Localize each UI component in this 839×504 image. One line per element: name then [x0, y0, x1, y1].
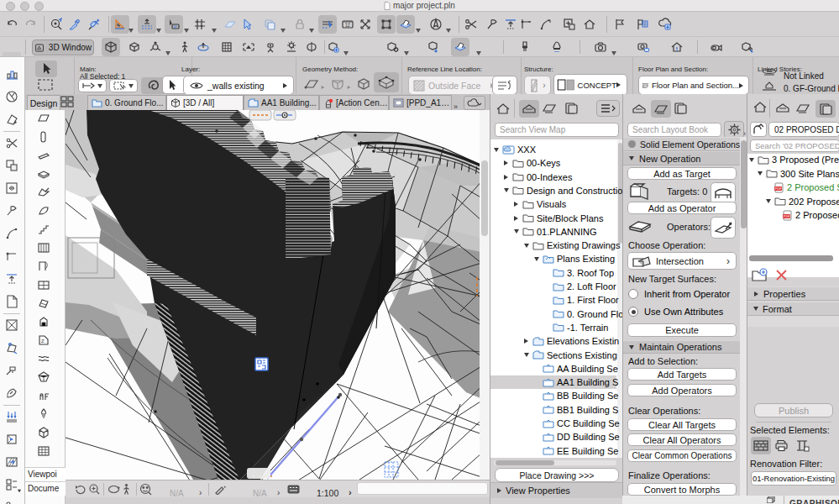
svg-text:12: 12 [345, 23, 350, 28]
svg-text:PDF: PDF [775, 186, 783, 191]
svg-text:PDF: PDF [784, 214, 791, 218]
svg-text:Z: Z [41, 339, 45, 344]
